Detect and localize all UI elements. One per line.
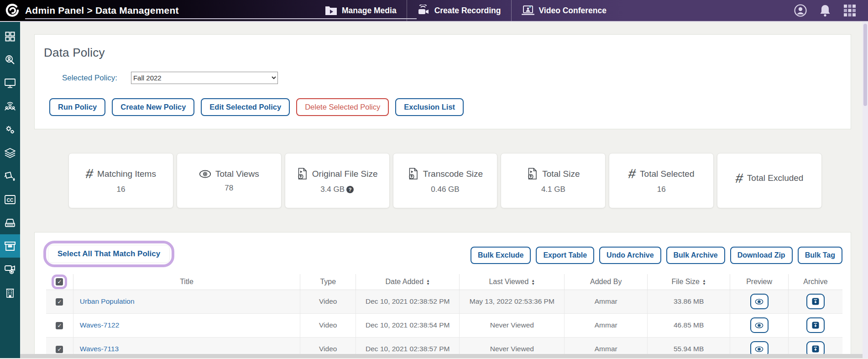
sidebar-item-layers[interactable] (0, 141, 20, 164)
sort-icon[interactable]: ▲▼ (702, 279, 706, 285)
swirl-logo-icon[interactable] (5, 3, 20, 18)
archive-download-icon (812, 322, 819, 329)
column-header-preview: Preview (730, 274, 788, 290)
column-header-file-size[interactable]: File Size▲▼ (647, 274, 730, 290)
stat-value: 16 (116, 185, 125, 194)
data-policy-card: Data Policy Selected Policy: Fall 2022 R… (34, 34, 851, 129)
edit-selected-policy-button[interactable]: Edit Selected Policy (201, 98, 290, 116)
help-icon[interactable]: ? (346, 186, 354, 193)
sidebar-item-user-search[interactable] (0, 48, 20, 71)
column-header-archive: Archive (788, 274, 842, 290)
column-header-date-added[interactable]: Date Added▲▼ (356, 274, 460, 290)
undo-archive-button[interactable]: Undo Archive (599, 247, 661, 264)
stat-label: Original File Size (312, 169, 378, 179)
stat-value: 16 (657, 185, 666, 194)
sidebar-item-settings[interactable] (0, 118, 20, 141)
menu-item-video-conference[interactable]: Video Conference (511, 0, 617, 21)
delete-selected-policy-button[interactable]: Delete Selected Policy (296, 98, 389, 116)
hash-icon: # (85, 167, 94, 180)
preview-button[interactable] (750, 317, 769, 333)
stat-card-total-excluded: # Total Excluded (717, 153, 822, 208)
archive-button[interactable] (806, 294, 825, 309)
download-zip-button[interactable]: Download Zip (730, 247, 793, 264)
sidebar-item-archive[interactable] (0, 234, 20, 258)
select-all-match-policy-button[interactable]: Select All That Match Policy (48, 245, 170, 263)
sidebar-item-dashboard[interactable] (0, 25, 20, 48)
menu-item-label: Manage Media (342, 6, 397, 16)
stat-label: Total Size (542, 169, 580, 179)
video-camera-icon (417, 5, 430, 16)
vertical-scrollbar[interactable] (863, 22, 868, 358)
sidebar-item-captions[interactable]: CC (0, 188, 20, 211)
notifications-bell-icon[interactable] (819, 4, 831, 17)
bulk-tag-button[interactable]: Bulk Tag (798, 247, 842, 264)
select-all-checkbox[interactable]: ✓ (56, 278, 63, 285)
media-table-card: Select All That Match Policy Bulk Exclud… (34, 232, 851, 358)
preview-button[interactable] (750, 294, 769, 309)
sidebar-item-monitor[interactable] (0, 71, 20, 95)
run-policy-button[interactable]: Run Policy (49, 98, 105, 116)
layers-icon (4, 148, 16, 158)
table-row: ✓ Waves-7122 Video Dec 10, 2021 02:38:54… (46, 313, 842, 337)
stat-label: Total Selected (640, 169, 694, 179)
dashboard-grid-icon (5, 31, 16, 42)
sidebar-item-appearance[interactable] (0, 164, 20, 188)
user-avatar-icon[interactable] (794, 4, 807, 17)
eye-icon (755, 322, 763, 328)
sidebar-item-organization[interactable] (0, 281, 20, 304)
gears-icon (5, 124, 16, 135)
media-title-link[interactable]: Urban Population (80, 297, 135, 305)
sidebar-item-storage[interactable] (0, 211, 20, 234)
eye-icon (755, 299, 763, 305)
date-added: Dec 10, 2021 02:38:52 PM (356, 290, 460, 313)
create-new-policy-button[interactable]: Create New Policy (112, 98, 194, 116)
eye-icon (755, 346, 763, 352)
media-type: Video (300, 290, 356, 313)
storage-drive-icon (4, 218, 16, 228)
stat-card-original-file-size: Original File Size 3.4 GB ? (285, 153, 390, 208)
media-type: Video (300, 313, 356, 337)
sort-icon[interactable]: ▲▼ (531, 279, 535, 285)
added-by: Ammar (565, 290, 647, 313)
bulk-buttons: Bulk Exclude Export Table Undo Archive B… (471, 247, 842, 264)
top-menu: Manage Media Create Recording (315, 0, 617, 21)
sort-icon[interactable]: ▲▼ (426, 279, 430, 285)
row-checkbox[interactable]: ✓ (56, 346, 63, 353)
archive-download-icon (812, 298, 819, 305)
topbar: Admin Panel > Data Management Manage Med… (0, 0, 868, 22)
column-header-last-viewed[interactable]: Last Viewed▲▼ (460, 274, 565, 290)
stat-card-total-selected: # Total Selected 16 (609, 153, 714, 208)
menu-item-label: Video Conference (539, 6, 607, 16)
file-size: 46.85 MB (647, 313, 730, 337)
bulk-exclude-button[interactable]: Bulk Exclude (471, 247, 531, 264)
export-table-button[interactable]: Export Table (536, 247, 594, 264)
sidebar-item-audience[interactable] (0, 95, 20, 118)
video-recorder-icon (4, 264, 16, 275)
highlight-annotation: ✓ (52, 275, 67, 289)
added-by: Ammar (565, 313, 647, 337)
page-title: Admin Panel > Data Management (25, 5, 179, 16)
bulk-archive-button[interactable]: Bulk Archive (666, 247, 725, 264)
building-icon (5, 287, 16, 298)
menu-item-create-recording[interactable]: Create Recording (407, 0, 511, 21)
column-header-type: Type (300, 274, 356, 290)
stat-value: 0.46 GB (431, 185, 459, 194)
menu-item-manage-media[interactable]: Manage Media (315, 0, 407, 21)
column-header-added-by: Added By (565, 274, 647, 290)
horizontal-scrollbar[interactable] (20, 354, 863, 358)
exclusion-list-button[interactable]: Exclusion List (395, 98, 464, 116)
stat-label: Total Excluded (747, 173, 804, 183)
stat-label: Matching Items (97, 169, 156, 179)
row-checkbox[interactable]: ✓ (56, 322, 63, 329)
media-title-link[interactable]: Waves-7113 (80, 345, 119, 353)
sidebar-item-recordings[interactable] (0, 258, 20, 281)
policy-select[interactable]: Fall 2022 (131, 72, 278, 84)
row-checkbox[interactable]: ✓ (56, 298, 63, 306)
stat-value: 3.4 GB (320, 185, 345, 194)
stat-value: 4.1 GB (541, 185, 565, 194)
media-file-upload-icon (527, 167, 538, 180)
scrollbar-thumb[interactable] (863, 24, 867, 106)
media-title-link[interactable]: Waves-7122 (80, 321, 119, 329)
archive-button[interactable] (806, 317, 825, 333)
apps-grid-icon[interactable] (843, 4, 856, 17)
